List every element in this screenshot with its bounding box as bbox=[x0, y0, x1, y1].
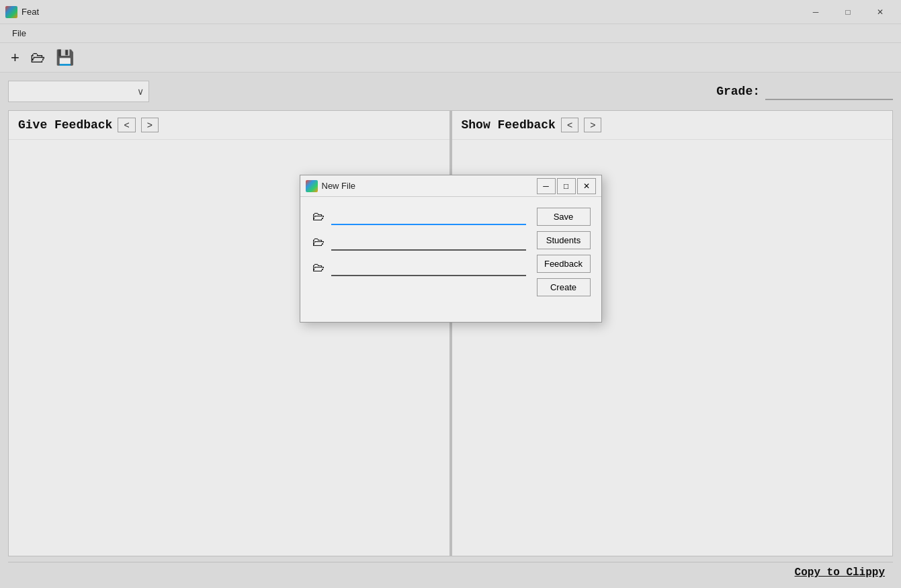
field-input-2[interactable] bbox=[331, 233, 526, 251]
field-row-3: 🗁 bbox=[311, 259, 526, 276]
field-input-3[interactable] bbox=[331, 259, 526, 276]
folder-icon-2[interactable]: 🗁 bbox=[311, 235, 326, 249]
dialog-body: 🗁 🗁 🗁 Save Students Feedback bbox=[300, 197, 601, 307]
dialog-close-button[interactable]: ✕ bbox=[577, 178, 596, 194]
dialog-maximize-button[interactable]: □ bbox=[557, 178, 576, 194]
dialog-titlebar: New File ─ □ ✕ bbox=[300, 175, 601, 197]
dialog-ctrl-btns: ─ □ ✕ bbox=[537, 178, 596, 194]
field-input-1[interactable] bbox=[331, 208, 526, 225]
field-row-1: 🗁 bbox=[311, 208, 526, 225]
dialog-fields: 🗁 🗁 🗁 bbox=[311, 208, 526, 296]
new-file-dialog: New File ─ □ ✕ 🗁 🗁 bbox=[300, 175, 602, 323]
dialog-title-left: New File bbox=[306, 180, 356, 192]
dialog-buttons: Save Students Feedback Create bbox=[537, 208, 591, 296]
folder-icon-3[interactable]: 🗁 bbox=[311, 261, 326, 275]
modal-overlay: New File ─ □ ✕ 🗁 🗁 bbox=[0, 0, 901, 588]
save-dialog-button[interactable]: Save bbox=[537, 208, 591, 226]
field-row-2: 🗁 bbox=[311, 233, 526, 251]
create-dialog-button[interactable]: Create bbox=[537, 278, 591, 296]
dialog-minimize-button[interactable]: ─ bbox=[537, 178, 556, 194]
dialog-app-icon bbox=[306, 180, 318, 192]
dialog-title: New File bbox=[322, 181, 356, 191]
folder-icon-1[interactable]: 🗁 bbox=[311, 210, 326, 224]
feedback-dialog-button[interactable]: Feedback bbox=[537, 255, 591, 273]
students-dialog-button[interactable]: Students bbox=[537, 231, 591, 249]
